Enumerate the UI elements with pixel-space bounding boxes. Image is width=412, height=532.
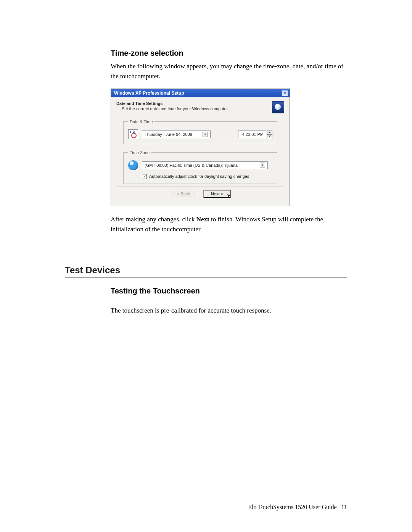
- legend-time-zone: Time Zone: [128, 150, 151, 155]
- after-paragraph: After making any changes, click Next to …: [111, 214, 347, 235]
- footer-product: Elo TouchSystems 1520 User Guide: [248, 504, 336, 510]
- bold-next: Next: [196, 216, 209, 223]
- chevron-down-icon[interactable]: [203, 132, 208, 137]
- back-button: < Back: [170, 190, 197, 198]
- footer-page-number: 11: [341, 504, 347, 510]
- timezone-value: (GMT-08:00) Pacific Time (US & Canada); …: [145, 163, 238, 168]
- time-value: 4:23:01 PM: [242, 132, 264, 137]
- cursor-icon: ➤: [227, 192, 231, 198]
- page-footer: Elo TouchSystems 1520 User Guide 11: [248, 504, 347, 511]
- legend-date-time: Date & Time: [128, 119, 154, 124]
- chevron-up-icon[interactable]: [267, 131, 272, 134]
- dialog-title: Windows XP Professional Setup: [114, 90, 184, 96]
- dialog-heading: Date and Time Settings: [116, 101, 229, 106]
- time-spinner[interactable]: [267, 131, 272, 138]
- dialog-subheading: Set the correct date and time for your W…: [122, 106, 229, 111]
- time-field[interactable]: 4:23:01 PM: [238, 131, 266, 138]
- checkbox-icon[interactable]: ✓: [142, 174, 147, 179]
- group-time-zone: Time Zone (GMT-08:00) Pacific Time (US &…: [123, 150, 277, 184]
- dialog-titlebar: Windows XP Professional Setup ×: [111, 89, 290, 97]
- heading-testing-touchscreen: Testing the Touchscreen: [111, 287, 347, 297]
- timezone-select[interactable]: (GMT-08:00) Pacific Time (US & Canada); …: [142, 161, 268, 169]
- next-button-label: Next >: [211, 192, 223, 196]
- heading-timezone: Time-zone selection: [111, 49, 347, 58]
- dst-checkbox-row[interactable]: ✓ Automatically adjust clock for dayligh…: [142, 174, 272, 179]
- globe-icon: [128, 160, 138, 170]
- calendar-icon: [128, 129, 138, 139]
- touchscreen-paragraph: The touchscreen is pre-calibrated for ac…: [111, 306, 347, 316]
- winxp-setup-dialog: Windows XP Professional Setup × Date and…: [111, 89, 290, 206]
- next-button[interactable]: Next > ➤: [203, 190, 231, 198]
- date-value: Thursday , June 04, 2009: [145, 132, 192, 137]
- heading-test-devices: Test Devices: [65, 265, 347, 277]
- date-picker[interactable]: Thursday , June 04, 2009: [142, 131, 211, 138]
- dst-label: Automatically adjust clock for daylight …: [149, 174, 249, 179]
- chevron-down-icon[interactable]: [260, 163, 265, 168]
- group-date-time: Date & Time Thursday , June 04, 2009 4:2…: [123, 119, 277, 144]
- windows-logo-icon: [272, 101, 284, 113]
- close-icon[interactable]: ×: [282, 90, 288, 96]
- text-span: After making any changes, click: [111, 216, 196, 223]
- chevron-down-icon[interactable]: [267, 134, 272, 138]
- intro-paragraph: When the following window appears, you m…: [111, 61, 347, 82]
